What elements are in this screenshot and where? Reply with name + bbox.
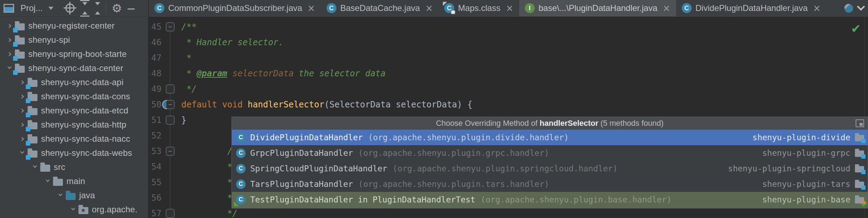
tree-item[interactable]: › shenyu-sync-data-etcd	[0, 104, 148, 118]
tree-item[interactable]: › main	[0, 174, 148, 188]
method-list-item[interactable]: C TarsPluginDataHandler (org.apache.shen…	[232, 176, 868, 192]
line-number: 45	[149, 19, 162, 35]
tree-chevron-icon[interactable]: ›	[56, 190, 66, 200]
fold-marker[interactable]: −	[166, 147, 175, 156]
code-line: 49 */	[149, 81, 868, 97]
code-text: /*	[181, 143, 237, 159]
class-name: TarsPluginDataHandler	[250, 179, 353, 189]
folder-icon	[40, 165, 50, 172]
module-name: shenyu-plugin-tars	[762, 179, 850, 189]
close-icon[interactable]: ×	[425, 3, 433, 13]
tree-item[interactable]: › shenyu-register-center	[0, 19, 148, 33]
project-tool-window: Proj... ⚙ › shenyu-register-center ›	[0, 0, 148, 218]
code-text: default void handlerSelector(SelectorDat…	[181, 97, 473, 112]
folder-icon	[53, 179, 63, 186]
locate-file-icon[interactable]	[65, 4, 75, 13]
editor-tab[interactable]: C BaseDataCache.java ×	[321, 0, 439, 16]
popup-title-method: handlerSelector	[540, 119, 598, 128]
collapse-all-icon[interactable]	[95, 2, 100, 14]
code-text: *	[181, 190, 233, 206]
tree-chevron-icon[interactable]: ›	[69, 204, 78, 214]
settings-gear-icon[interactable]: ⚙	[112, 2, 122, 14]
tree-item[interactable]: › shenyu-sync-data-http	[0, 118, 148, 132]
file-type-icon: C	[444, 3, 454, 13]
popup-title-suffix: (5 methods found)	[600, 119, 664, 128]
tree-item-label: shenyu-sync-data-center	[28, 63, 123, 73]
tree-item[interactable]: › java	[0, 188, 148, 202]
fold-marker[interactable]	[166, 209, 175, 218]
editor-tab[interactable]: I base\...\PluginDataHandler.java ×	[519, 0, 676, 16]
tree-chevron-icon[interactable]: ›	[43, 176, 53, 185]
module-folder-icon	[855, 151, 864, 157]
tab-label: DividePluginDataHandler.java	[696, 3, 808, 13]
line-number: 55	[149, 175, 162, 190]
code-line: 45−/**	[149, 19, 868, 35]
tree-item[interactable]: › shenyu-sync-data-cons	[0, 89, 148, 104]
folder-icon	[28, 122, 37, 129]
line-number: 48	[149, 66, 162, 81]
tree-item[interactable]: › shenyu-sync-data-webs	[0, 146, 148, 160]
popup-title-prefix: Choose Overriding Method of	[436, 119, 537, 128]
tree-item[interactable]: › shenyu-spring-boot-starte	[0, 47, 148, 61]
open-as-tool-window-icon[interactable]	[856, 119, 864, 127]
method-list-item[interactable]: C GrpcPluginDataHandler (org.apache.shen…	[232, 145, 868, 161]
editor-tab-bar: C CommonPluginDataSubscriber.java × C Ba…	[149, 0, 868, 17]
hidden-tab-file-icon	[844, 4, 853, 13]
line-number: 51	[149, 112, 162, 128]
tree-item[interactable]: › shenyu-spi	[0, 33, 148, 47]
choose-overriding-method-popup: Choose Overriding Method of handlerSelec…	[231, 117, 868, 208]
close-icon[interactable]: ×	[506, 3, 514, 13]
file-type-icon: C	[327, 3, 336, 13]
close-icon[interactable]: ×	[663, 3, 670, 13]
folder-icon	[28, 80, 37, 87]
editor-tab[interactable]: C Maps.class ×	[439, 0, 519, 16]
close-icon[interactable]: ×	[813, 3, 821, 13]
tree-item[interactable]: › shenyu-sync-data-center	[0, 61, 148, 75]
fold-marker[interactable]	[166, 84, 175, 94]
folder-icon	[15, 37, 25, 45]
folder-icon	[28, 151, 37, 158]
tree-item[interactable]: › shenyu-sync-data-nacc	[0, 132, 148, 146]
project-tree: › shenyu-register-center › shenyu-spi › …	[0, 17, 148, 217]
code-text: */	[181, 206, 237, 218]
show-hidden-tabs-icon[interactable]	[857, 2, 865, 11]
module-name: shenyu-plugin-divide	[752, 133, 850, 142]
fold-marker[interactable]: −	[166, 22, 175, 31]
fold-marker[interactable]: −	[166, 100, 175, 109]
file-type-icon: I	[525, 3, 535, 13]
code-text: * @param selectorData the selector data	[181, 66, 386, 81]
class-name: DividePluginDataHandler	[250, 133, 363, 142]
code-line: 50↓−default void handlerSelector(Selecto…	[149, 97, 868, 112]
editor-tab[interactable]: C CommonPluginDataSubscriber.java ×	[149, 0, 321, 16]
class-icon: C	[236, 195, 246, 205]
package-name: (org.apache.shenyu.plugin.divide.handler…	[368, 133, 569, 142]
close-icon[interactable]: ×	[307, 3, 315, 13]
tree-chevron-icon[interactable]: ›	[31, 161, 40, 171]
folder-icon	[78, 207, 88, 214]
module-name: shenyu-plugin-springcloud	[728, 164, 850, 173]
editor-tab[interactable]: C DividePluginDataHandler.java ×	[676, 0, 826, 16]
expand-all-icon[interactable]	[80, 0, 89, 17]
tree-item-label: shenyu-sync-data-etcd	[41, 106, 128, 116]
folder-icon	[15, 66, 25, 73]
class-name: SpringCloudPluginDataHandler	[250, 164, 387, 173]
hide-panel-icon[interactable]	[128, 8, 135, 10]
tree-item-label: shenyu-sync-data-api	[41, 77, 123, 87]
tree-item[interactable]: › shenyu-sync-data-api	[0, 75, 148, 89]
method-list-item[interactable]: C DividePluginDataHandler (org.apache.sh…	[232, 130, 868, 145]
module-folder-icon	[855, 197, 864, 204]
fold-marker[interactable]	[166, 116, 175, 125]
tree-item[interactable]: › src	[0, 160, 148, 174]
folder-icon	[28, 136, 37, 143]
project-view-selector[interactable]: Proj...	[20, 3, 43, 13]
method-list-item[interactable]: C SpringCloudPluginDataHandler (org.apac…	[232, 161, 868, 176]
line-number: 49	[149, 81, 162, 97]
chevron-down-icon[interactable]	[48, 7, 53, 12]
tab-label: BaseDataCache.java	[340, 3, 420, 13]
package-name: (org.apache.shenyu.plugin.base.handler)	[481, 195, 671, 204]
method-list-item[interactable]: C TestPluginDataHandler in PluginDataHan…	[232, 192, 868, 207]
code-line: 46 * Handler selector.	[149, 35, 868, 50]
tree-item[interactable]: › org.apache.	[0, 202, 148, 217]
project-tool-window-icon[interactable]	[4, 4, 14, 13]
tab-bar-end	[844, 0, 868, 16]
